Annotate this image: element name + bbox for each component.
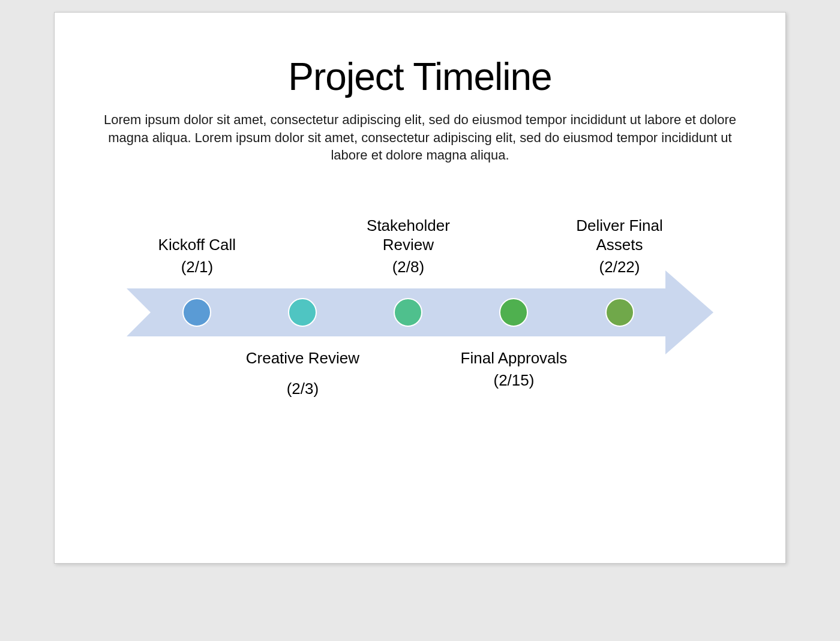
milestone-date: (2/8) [342,257,474,277]
milestone-label: Creative Review(2/3) [236,348,368,398]
milestone-dot [394,298,422,327]
milestone-label: Final Approvals(2/15) [448,348,580,390]
milestone-label: Kickoff Call(2/1) [131,235,263,276]
slide-subtitle: Lorem ipsum dolor sit amet, consectetur … [103,111,737,164]
timeline: Kickoff Call(2/1)Creative Review(2/3)Sta… [127,288,713,336]
slide-canvas: Project Timeline Lorem ipsum dolor sit a… [54,12,786,564]
milestone-date: (2/3) [236,379,368,399]
milestone-date: (2/1) [131,257,263,277]
slide-title: Project Timeline [103,55,737,99]
milestone-name: Deliver Final Assets [554,216,686,255]
milestone-name: Creative Review [236,348,368,368]
milestone-name: Stakeholder Review [342,216,474,255]
milestone-name: Kickoff Call [131,235,263,255]
milestone-dot [182,298,211,327]
milestone-dot [605,298,634,327]
milestone-label: Stakeholder Review(2/8) [342,216,474,277]
timeline-arrow-head [665,270,713,354]
milestone-dot [288,298,317,327]
milestone-dot [499,298,528,327]
milestone-name: Final Approvals [448,348,580,368]
milestone-date: (2/22) [554,257,686,277]
milestone-label: Deliver Final Assets(2/22) [554,216,686,277]
milestone-date: (2/15) [448,371,580,390]
timeline-arrow-notch [127,288,151,336]
